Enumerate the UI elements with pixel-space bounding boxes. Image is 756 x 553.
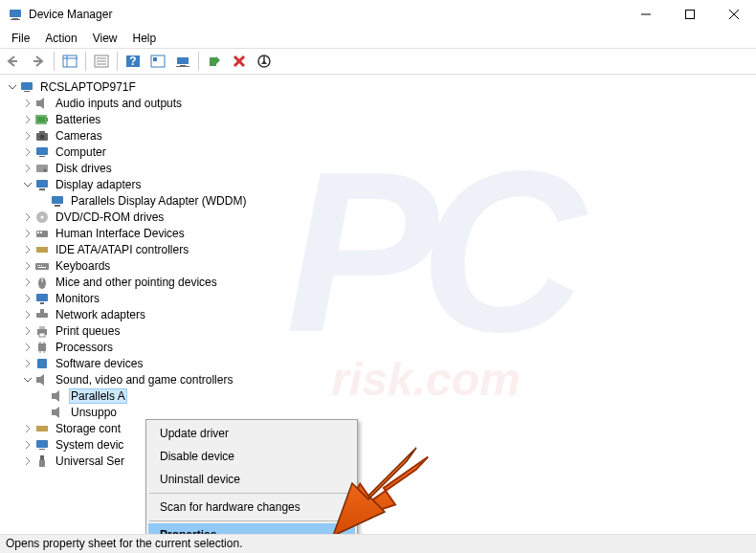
expand-icon[interactable] — [21, 227, 34, 240]
svg-point-35 — [40, 134, 45, 139]
maximize-button[interactable] — [668, 0, 712, 29]
disable-button[interactable] — [253, 50, 276, 73]
svg-rect-58 — [36, 294, 48, 301]
tree-label: Cameras — [54, 129, 104, 143]
tree-item-dvd[interactable]: DVD/CD-ROM drives — [4, 209, 756, 225]
expand-icon[interactable] — [21, 292, 34, 305]
help-button[interactable]: ? — [122, 50, 145, 73]
tree-item-display[interactable]: Display adapters — [4, 176, 756, 192]
menu-view[interactable]: View — [85, 30, 125, 47]
expand-icon[interactable] — [21, 97, 34, 110]
forward-button[interactable] — [27, 50, 50, 73]
svg-rect-74 — [36, 426, 48, 431]
properties-button[interactable] — [90, 50, 113, 73]
tree-root[interactable]: RCSLAPTOP971F — [4, 78, 756, 95]
expand-icon[interactable] — [21, 308, 34, 321]
menu-uninstall-device[interactable]: Uninstall device — [148, 468, 355, 491]
tree-item-ide[interactable]: IDE ATA/ATAPI controllers — [4, 241, 756, 257]
menu-item-label: Disable device — [160, 450, 234, 463]
expand-icon[interactable] — [21, 162, 34, 175]
tree-item-network[interactable]: Network adapters — [4, 306, 756, 322]
collapse-icon[interactable] — [21, 373, 34, 387]
expand-icon[interactable] — [21, 341, 34, 354]
update-driver-button[interactable] — [203, 50, 226, 73]
tree-label: Parallels Display Adapter (WDDM) — [69, 194, 248, 208]
svg-rect-59 — [40, 302, 44, 304]
svg-rect-2 — [11, 19, 20, 20]
expand-icon[interactable] — [21, 243, 34, 256]
tree-item-mice[interactable]: Mice and other pointing devices — [4, 274, 756, 290]
expand-icon[interactable] — [21, 145, 34, 159]
action2-button[interactable] — [146, 50, 169, 73]
menu-help[interactable]: Help — [125, 30, 165, 47]
back-button[interactable] — [2, 50, 25, 73]
tree-item-sound-child1[interactable]: Parallels A — [4, 387, 756, 404]
collapse-icon[interactable] — [21, 178, 34, 191]
no-expander — [36, 389, 50, 403]
tree-item-computer[interactable]: Computer — [4, 144, 756, 160]
tree-item-keyboards[interactable]: Keyboards — [4, 257, 756, 274]
tree-item-cameras[interactable]: Cameras — [4, 127, 756, 144]
dvd-icon — [34, 210, 50, 225]
expand-icon[interactable] — [21, 276, 34, 289]
tree-item-disk[interactable]: Disk drives — [4, 160, 756, 176]
expand-icon[interactable] — [21, 324, 34, 338]
expand-icon[interactable] — [21, 438, 34, 452]
tree-label: Software devices — [54, 357, 145, 370]
expand-icon[interactable] — [21, 454, 34, 468]
keyboard-icon — [34, 258, 50, 274]
display-icon — [34, 177, 50, 192]
title-bar: Device Manager — [0, 0, 756, 29]
sound-icon — [50, 405, 65, 420]
tree-label: Keyboards — [54, 259, 112, 273]
tree-item-batteries[interactable]: Batteries — [4, 111, 756, 127]
tree-label: Monitors — [54, 292, 101, 305]
context-menu: Update driver Disable device Uninstall d… — [145, 419, 358, 549]
tree-item-sound-child2[interactable]: Unsuppo — [4, 404, 756, 420]
svg-rect-65 — [38, 343, 46, 351]
tree-item-system[interactable]: System devic — [4, 436, 756, 453]
menu-file[interactable]: File — [4, 30, 37, 47]
window-title: Device Manager — [29, 8, 624, 21]
tree-item-software[interactable]: Software devices — [4, 355, 756, 371]
menu-scan-hardware[interactable]: Scan for hardware changes — [148, 496, 355, 519]
expand-icon[interactable] — [21, 259, 34, 273]
svg-rect-0 — [10, 10, 21, 17]
tree-item-printqueues[interactable]: Print queues — [4, 322, 756, 339]
menu-divider — [149, 520, 354, 521]
svg-rect-60 — [36, 313, 48, 318]
svg-rect-61 — [40, 309, 44, 313]
tree-item-display-child[interactable]: Parallels Display Adapter (WDDM) — [4, 192, 756, 209]
menu-action[interactable]: Action — [37, 30, 84, 47]
minimize-button[interactable] — [624, 0, 668, 29]
device-tree[interactable]: RCSLAPTOP971F Audio inputs and outputs B… — [0, 75, 756, 469]
tree-item-hid[interactable]: Human Interface Devices — [4, 225, 756, 241]
expand-icon[interactable] — [21, 129, 34, 143]
scan-hardware-button[interactable] — [171, 50, 194, 73]
uninstall-button[interactable] — [228, 50, 251, 73]
tree-label: Audio inputs and outputs — [54, 97, 184, 110]
hid-icon — [34, 226, 50, 241]
computer-icon — [34, 144, 50, 160]
tree-label: Network adapters — [54, 308, 147, 321]
menu-disable-device[interactable]: Disable device — [148, 445, 355, 468]
collapse-icon[interactable] — [6, 80, 19, 94]
svg-rect-21 — [180, 65, 186, 66]
tree-item-sound[interactable]: Sound, video and game controllers — [4, 371, 756, 387]
show-hide-tree-button[interactable] — [58, 50, 81, 73]
tree-item-storage[interactable]: Storage cont — [4, 420, 756, 436]
tree-item-usb[interactable]: Universal Ser — [4, 453, 756, 469]
tree-item-audio[interactable]: Audio inputs and outputs — [4, 95, 756, 111]
tree-item-monitors[interactable]: Monitors — [4, 290, 756, 306]
close-button[interactable] — [712, 0, 756, 29]
svg-rect-19 — [153, 57, 157, 61]
expand-icon[interactable] — [21, 357, 34, 370]
expand-icon[interactable] — [21, 210, 34, 224]
menu-update-driver[interactable]: Update driver — [148, 422, 355, 445]
expand-icon[interactable] — [21, 422, 34, 435]
status-text: Opens property sheet for the current sel… — [6, 537, 242, 550]
tree-label: Processors — [54, 341, 115, 354]
svg-rect-20 — [177, 57, 189, 64]
expand-icon[interactable] — [21, 113, 34, 126]
tree-item-processors[interactable]: Processors — [4, 339, 756, 355]
